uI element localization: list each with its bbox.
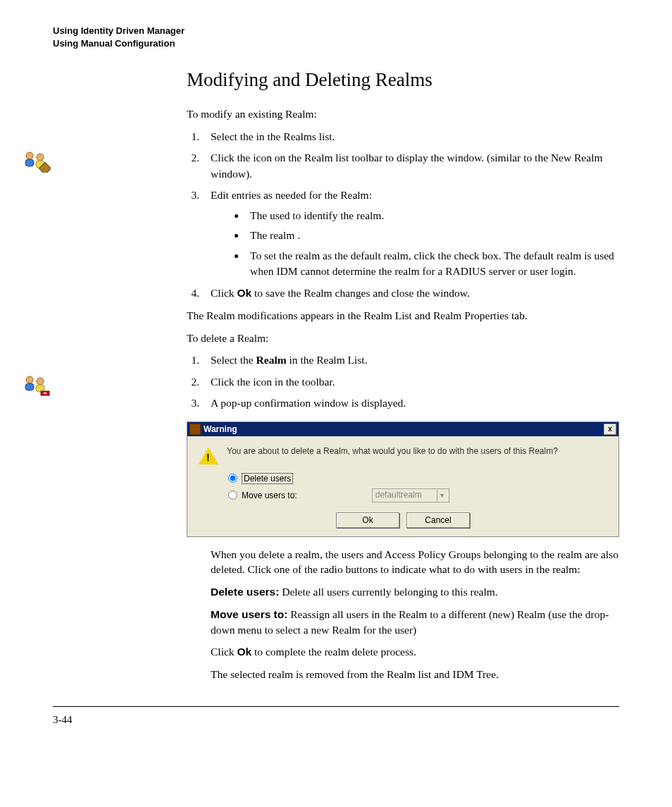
svg-point-5: [26, 376, 33, 383]
warning-icon: [199, 448, 218, 464]
realm-bold: Realm: [256, 354, 287, 366]
radio-delete-users-row[interactable]: Delete users: [228, 473, 607, 484]
click-ok-desc: Click Ok to complete the realm delete pr…: [211, 644, 619, 660]
dialog-title-text: Warning: [204, 424, 237, 434]
after-modify: The Realm modifications appears in the R…: [187, 308, 619, 324]
bullet-description: The realm .: [246, 228, 619, 243]
move-users-desc: Move users to: Reassign all users in the…: [211, 607, 619, 637]
radio-move-users[interactable]: [228, 491, 237, 500]
dialog-message: You are about to delete a Realm, what wo…: [227, 446, 558, 456]
svg-point-7: [37, 378, 44, 385]
footer-rule: [53, 706, 619, 707]
dialog-titlebar: Warning x: [187, 422, 618, 436]
delete-step-1: Select the Realm in the Realm List.: [202, 352, 619, 368]
svg-point-2: [37, 154, 44, 161]
header-line-1: Using Identity Driven Manager: [53, 25, 619, 37]
delete-step-2: Click the icon in the toolbar.: [202, 374, 619, 390]
after-dialog-intro: When you delete a realm, the users and A…: [211, 547, 619, 577]
svg-rect-1: [25, 159, 34, 166]
move-users-select[interactable]: defaultrealm: [372, 488, 449, 503]
ok-button[interactable]: Ok: [336, 512, 399, 528]
modify-step-1: Select the in the Realms list.: [202, 129, 619, 144]
cancel-button[interactable]: Cancel: [406, 512, 470, 528]
warning-dialog: Warning x You are about to delete a Real…: [187, 421, 619, 537]
delete-steps-list: Select the Realm in the Realm List. Clic…: [187, 352, 619, 411]
page-number: 3-44: [53, 714, 619, 726]
radio-move-users-row[interactable]: Move users to: defaultrealm: [228, 488, 607, 503]
close-button[interactable]: x: [604, 424, 616, 435]
modify-steps-list: Select the in the Realms list. Click the…: [187, 129, 619, 301]
bullet-name: The used to identify the realm.: [246, 208, 619, 223]
modify-step-3: Edit entries as needed for the Realm: Th…: [202, 187, 619, 279]
intro-delete: To delete a Realm:: [187, 331, 619, 346]
modify-realm-icon: [23, 149, 51, 173]
ok-label: Ok: [237, 287, 251, 299]
warning-dialog-figure: Warning x You are about to delete a Real…: [187, 421, 619, 537]
page-header: Using Identity Driven Manager Using Manu…: [53, 25, 619, 49]
radio-move-users-label: Move users to:: [242, 491, 297, 500]
dialog-title-icon: [189, 424, 201, 435]
svg-rect-10: [44, 393, 46, 394]
svg-point-0: [26, 152, 33, 159]
delete-realm-icon: [23, 373, 51, 397]
radio-delete-users[interactable]: [228, 474, 237, 483]
delete-step-3: A pop-up confirmation window is displaye…: [202, 395, 619, 411]
section-title: Modifying and Deleting Realms: [187, 69, 619, 91]
edit-bullets: The used to identify the realm. The real…: [211, 208, 619, 280]
final-note: The selected realm is removed from the R…: [211, 667, 619, 682]
radio-delete-users-label: Delete users: [242, 473, 293, 484]
delete-users-desc: Delete users: Delete all users currently…: [211, 584, 619, 600]
svg-rect-6: [25, 383, 34, 390]
header-line-2: Using Manual Configuration: [53, 37, 619, 50]
intro-modify: To modify an existing Realm:: [187, 106, 619, 122]
modify-step-4: Click Ok to save the Realm changes and c…: [202, 285, 619, 301]
modify-step-2: Click the icon on the Realm list toolbar…: [202, 150, 619, 182]
bullet-default: To set the realm as the default realm, c…: [246, 248, 619, 280]
